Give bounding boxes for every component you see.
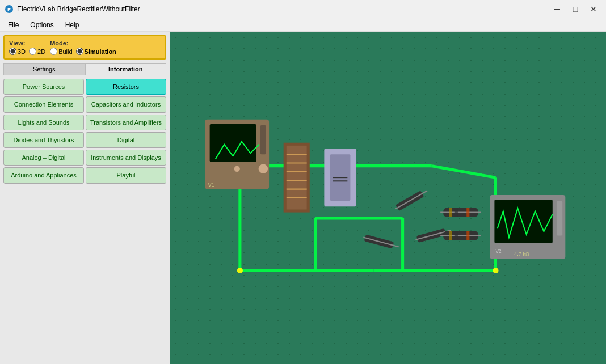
canvas-area: V1: [170, 32, 606, 364]
comp-capacitors-inductors[interactable]: Capacitors and Inductors: [86, 96, 166, 112]
menu-options[interactable]: Options: [24, 20, 59, 30]
window-title: ElectricVLab BridgeRectifierWithoutFilte…: [17, 5, 549, 13]
menubar: File Options Help: [0, 18, 606, 32]
comp-resistors[interactable]: Resistors: [86, 79, 166, 95]
comp-diodes-thyristors[interactable]: Diodes and Thyristors: [3, 132, 84, 148]
close-button[interactable]: ✕: [586, 3, 601, 15]
app-icon: E: [5, 5, 14, 14]
menu-file[interactable]: File: [2, 20, 24, 30]
comp-lights-sounds[interactable]: Lights and Sounds: [3, 115, 84, 130]
comp-digital[interactable]: Digital: [86, 132, 166, 148]
view-label: View:: [9, 40, 45, 46]
mode-simulation-label[interactable]: Simulation: [76, 48, 116, 55]
comp-analog-digital[interactable]: Analog – Digital: [3, 150, 84, 166]
comp-instruments-displays[interactable]: Instruments and Displays: [86, 150, 166, 166]
tab-information[interactable]: Information: [85, 63, 167, 75]
svg-text:V2: V2: [495, 249, 501, 254]
maximize-button[interactable]: □: [567, 3, 583, 15]
mode-group: Mode: Build Simulation: [50, 40, 116, 55]
comp-power-sources[interactable]: Power Sources: [3, 79, 84, 95]
svg-text:E: E: [7, 7, 11, 12]
settings-info-tabs: Settings Information: [3, 63, 166, 75]
mode-label: Mode:: [50, 40, 116, 46]
view-3d-label[interactable]: 3D: [9, 48, 26, 55]
svg-rect-42: [466, 208, 469, 217]
canvas-view[interactable]: V1: [170, 32, 606, 364]
svg-rect-51: [557, 201, 562, 235]
comp-arduino-appliances[interactable]: Arduino and Appliances: [3, 167, 84, 183]
comp-transistors-amplifiers[interactable]: Transistors and Amplifiers: [86, 115, 166, 130]
left-panel: View: 3D 2D Mode: Bui: [0, 32, 170, 364]
view-3d-radio[interactable]: [9, 48, 16, 55]
mode-simulation-radio[interactable]: [76, 48, 83, 55]
view-2d-label[interactable]: 2D: [29, 48, 45, 55]
component-grid: Power Sources Resistors Connection Eleme…: [0, 78, 170, 364]
tab-settings[interactable]: Settings: [3, 63, 85, 75]
svg-point-18: [234, 166, 240, 172]
view-mode-bar: View: 3D 2D Mode: Bui: [3, 35, 166, 60]
svg-line-33: [395, 191, 427, 209]
view-radio-row: 3D 2D: [9, 48, 45, 55]
main-layout: View: 3D 2D Mode: Bui: [0, 32, 606, 364]
svg-text:4.7 kΩ: 4.7 kΩ: [514, 251, 529, 257]
svg-rect-21: [287, 146, 307, 210]
mode-build-radio[interactable]: [50, 48, 57, 55]
svg-text:V1: V1: [208, 182, 214, 188]
mode-build-label[interactable]: Build: [50, 48, 72, 55]
component-grid-inner: Power Sources Resistors Connection Eleme…: [3, 79, 166, 184]
svg-rect-45: [449, 231, 452, 240]
svg-rect-46: [455, 231, 458, 240]
view-2d-radio[interactable]: [29, 48, 36, 55]
svg-line-7: [432, 166, 496, 177]
comp-connection-elements[interactable]: Connection Elements: [3, 96, 84, 112]
svg-rect-49: [494, 200, 552, 243]
svg-rect-47: [466, 231, 469, 240]
circuit-diagram: V1: [170, 32, 606, 364]
mode-radio-row: Build Simulation: [50, 48, 116, 55]
svg-rect-41: [455, 208, 458, 217]
svg-rect-40: [449, 208, 452, 217]
titlebar: E ElectricVLab BridgeRectifierWithoutFil…: [0, 0, 606, 18]
minimize-button[interactable]: ─: [549, 3, 565, 15]
menu-help[interactable]: Help: [60, 20, 85, 30]
comp-playful[interactable]: Playful: [86, 167, 166, 183]
window-controls: ─ □ ✕: [549, 3, 601, 15]
svg-rect-16: [260, 125, 266, 154]
view-group: View: 3D 2D: [9, 40, 45, 55]
